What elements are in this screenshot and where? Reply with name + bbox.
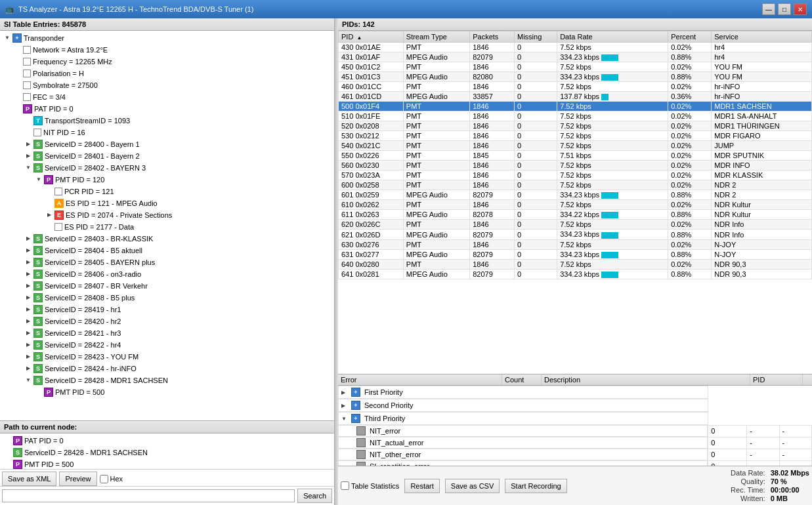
tree-expander[interactable]: ▶ — [24, 152, 33, 161]
tree-item[interactable]: Frequency = 12265 MHz — [1, 56, 333, 68]
table-row[interactable]: 540 0x021CPMT184607.52 kbps 0.02%JUMP — [339, 141, 812, 151]
tree-item[interactable]: ▶SServiceID = 28405 - BAYERN plus — [1, 256, 333, 268]
tree-item[interactable]: ▶SServiceID = 28421 - hr3 — [1, 327, 333, 339]
tree-expander[interactable]: ▶ — [45, 211, 54, 220]
error-expander[interactable]: ▶ — [341, 403, 349, 409]
table-row[interactable]: 530 0x0212PMT184607.52 kbps 0.02%MDR FIG… — [339, 131, 812, 141]
tree-item[interactable]: ▶SServiceID = 28407 - BR Verkehr — [1, 280, 333, 292]
start-recording-button[interactable]: Start Recording — [505, 479, 566, 493]
error-table-container[interactable]: ▶+First Priority▶+Second Priority▼+Third… — [338, 386, 812, 466]
error-table-row[interactable]: ▼+Third Priority — [338, 412, 812, 425]
tree-item[interactable]: ▶SServiceID = 28419 - hr1 — [1, 304, 333, 315]
save-xml-button[interactable]: Save as XML — [2, 472, 56, 486]
tree-item[interactable]: ▶SServiceID = 28404 - B5 aktuell — [1, 245, 333, 256]
table-stats-checkbox[interactable] — [341, 481, 349, 490]
tree-item[interactable]: ▶SServiceID = 28408 - B5 plus — [1, 292, 333, 304]
tree-item[interactable]: ▼+Transponder — [1, 32, 333, 44]
tree-expander[interactable]: ▶ — [24, 140, 33, 149]
error-expander[interactable]: ▼ — [341, 416, 349, 422]
tree-expander[interactable]: ▶ — [24, 258, 33, 267]
save-csv-button[interactable]: Save as CSV — [445, 479, 500, 493]
error-table-row[interactable]: SI_repetition_error0-- — [338, 460, 812, 466]
tree-expander[interactable] — [13, 104, 22, 113]
tree-expander[interactable]: ▼ — [24, 376, 33, 385]
table-row[interactable]: 640 0x0280PMT184607.52 kbps 0.02%NDR 90,… — [339, 259, 812, 269]
tree-expander[interactable]: ▶ — [24, 329, 33, 338]
table-row[interactable]: 451 0x01C3MPEG Audio820800334.23 kbps 0.… — [339, 72, 812, 82]
tree-item[interactable]: ▶EES PID = 2074 - Private Sections — [1, 209, 333, 221]
table-row[interactable]: 630 0x0276PMT184607.52 kbps 0.02%N-JOY — [339, 239, 812, 249]
table-row[interactable]: 560 0x0230PMT184607.52 kbps 0.02%MDR INF… — [339, 161, 812, 171]
table-row[interactable]: 570 0x023APMT184607.52 kbps 0.02%MDR KLA… — [339, 171, 812, 180]
table-row[interactable]: 600 0x0258PMT184607.52 kbps 0.02%NDR 2 — [339, 180, 812, 190]
table-row[interactable]: 430 0x01AEPMT184607.52 kbps 0.02%hr4 — [339, 43, 812, 52]
tree-expander[interactable] — [45, 187, 54, 196]
tree-expander[interactable] — [34, 388, 43, 397]
hex-checkbox[interactable] — [100, 475, 108, 483]
tree-expander[interactable] — [13, 69, 22, 78]
restart-button[interactable]: Restart — [404, 479, 439, 493]
tree-expander[interactable]: ▶ — [24, 246, 33, 255]
tree-item[interactable]: PPMT PID = 500 — [1, 386, 333, 398]
tree-item[interactable]: Polarisation = H — [1, 68, 333, 79]
tree-item[interactable]: AES PID = 121 - MPEG Audio — [1, 197, 333, 209]
tree-expander[interactable]: ▶ — [24, 364, 33, 373]
tree-item[interactable]: ▶SServiceID = 28403 - BR-KLASSIK — [1, 233, 333, 245]
table-row[interactable]: 631 0x0277MPEG Audio820790334.23 kbps 0.… — [339, 249, 812, 259]
tree-expander[interactable]: ▶ — [24, 352, 33, 361]
tree-expander[interactable]: ▶ — [24, 340, 33, 350]
tree-expander[interactable] — [24, 116, 33, 125]
table-row[interactable]: 431 0x01AFMPEG Audio820790334.23 kbps 0.… — [339, 52, 812, 62]
tree-item[interactable]: NIT PID = 16 — [1, 127, 333, 138]
tree-item[interactable]: PPAT PID = 0 — [1, 103, 333, 115]
col-data-rate[interactable]: Data Rate — [557, 31, 668, 43]
error-table-row[interactable]: ▶+First Priority — [338, 386, 812, 399]
table-row[interactable]: 460 0x01CCPMT184607.52 kbps 0.02%hr-iNFO — [339, 82, 812, 92]
tree-expander[interactable]: ▶ — [24, 270, 33, 279]
tree-item[interactable]: TTransportStreamID = 1093 — [1, 115, 333, 127]
tree-item[interactable]: ▶SServiceID = 28401 - Bayern 2 — [1, 150, 333, 162]
maximize-button[interactable]: □ — [778, 3, 791, 15]
tree-item[interactable]: ▶SServiceID = 28400 - Bayern 1 — [1, 138, 333, 150]
tree-item[interactable]: ▼SServiceID = 28428 - MDR1 SACHSEN — [1, 374, 333, 386]
col-stream-type[interactable]: Stream Type — [403, 31, 469, 43]
tree-item[interactable]: ▶SServiceID = 28406 - on3-radio — [1, 268, 333, 280]
tree-expander[interactable] — [13, 81, 22, 90]
table-row[interactable]: 641 0x0281MPEG Audio820790334.23 kbps 0.… — [339, 269, 812, 279]
error-table-row[interactable]: NIT_actual_error0-- — [338, 437, 812, 449]
tree-expander[interactable] — [13, 92, 22, 102]
tree-expander[interactable] — [24, 128, 33, 137]
error-table-row[interactable]: ▶+Second Priority — [338, 399, 812, 412]
col-missing[interactable]: Missing — [514, 31, 557, 43]
col-pid[interactable]: PID ▲ — [339, 31, 404, 43]
tree-expander[interactable] — [45, 199, 54, 208]
error-expander[interactable]: ▶ — [341, 390, 349, 395]
tree-expander[interactable]: ▶ — [24, 305, 33, 314]
minimize-button[interactable]: — — [762, 3, 775, 15]
tree-expander[interactable]: ▶ — [24, 293, 33, 302]
tree-item[interactable]: ▼PPMT PID = 120 — [1, 174, 333, 186]
preview-button[interactable]: Preview — [59, 472, 96, 486]
table-row[interactable]: 520 0x0208PMT184607.52 kbps 0.02%MDR1 TH… — [339, 121, 812, 131]
col-service[interactable]: Service — [712, 31, 812, 43]
search-button[interactable]: Search — [297, 489, 332, 503]
error-table-row[interactable]: NIT_other_error0-- — [338, 449, 812, 460]
tree-item[interactable]: FEC = 3/4 — [1, 91, 333, 103]
tree-item[interactable]: PCR PID = 121 — [1, 186, 333, 197]
table-row[interactable]: 621 0x026DMPEG Audio820790334.23 kbps 0.… — [339, 230, 812, 239]
tree-item[interactable]: ▶SServiceID = 28424 - hr-iNFO — [1, 363, 333, 374]
tree-item[interactable]: Symbolrate = 27500 — [1, 79, 333, 91]
tree-expander[interactable]: ▶ — [24, 317, 33, 326]
tree-item[interactable]: ▼SServiceID = 28402 - BAYERN 3 — [1, 162, 333, 174]
table-row[interactable]: 510 0x01FEPMT184607.52 kbps 0.02%MDR1 SA… — [339, 111, 812, 121]
table-row[interactable]: 601 0x0259MPEG Audio820790334.23 kbps 0.… — [339, 190, 812, 200]
col-percent[interactable]: Percent — [668, 31, 712, 43]
tree-expander[interactable]: ▼ — [24, 163, 33, 172]
tree-expander[interactable]: ▶ — [24, 234, 33, 243]
tree-expander[interactable]: ▶ — [24, 281, 33, 291]
table-row[interactable]: 620 0x026CPMT184607.52 kbps 0.02%NDR Inf… — [339, 220, 812, 230]
tree-item[interactable]: ▶SServiceID = 28423 - YOU FM — [1, 351, 333, 363]
tree-expander[interactable]: ▼ — [3, 33, 12, 43]
close-button[interactable]: ✕ — [794, 3, 807, 15]
tree-item[interactable]: ▶SServiceID = 28420 - hr2 — [1, 315, 333, 327]
